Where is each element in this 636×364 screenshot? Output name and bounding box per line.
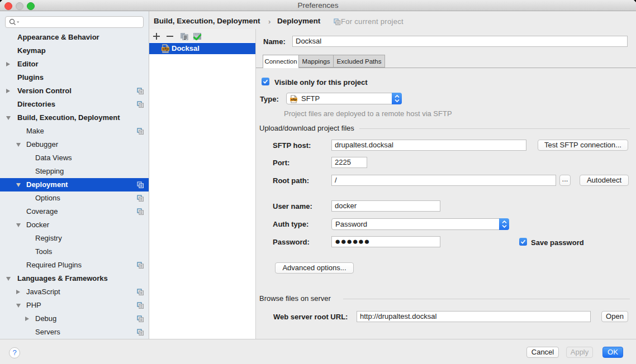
svg-text:sftp: sftp xyxy=(291,98,297,101)
